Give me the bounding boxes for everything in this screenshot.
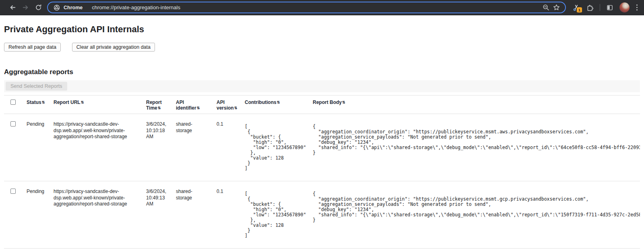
sort-icon: ⇅ xyxy=(277,100,280,104)
api-identifier-cell: shared-storage xyxy=(172,181,213,249)
page-title: Private Aggregation API Internals xyxy=(4,24,640,35)
side-panel-icon[interactable] xyxy=(606,4,613,11)
reload-icon[interactable] xyxy=(35,4,42,11)
sort-icon: ⇅ xyxy=(81,100,84,104)
page-content: Private Aggregation API Internals Refres… xyxy=(0,24,644,249)
toolbar-separator xyxy=(600,4,600,11)
row-checkbox[interactable] xyxy=(10,121,16,127)
table-row: Pending https://privacy-sandcastle-dev-d… xyxy=(4,114,640,181)
sort-icon: ⇅ xyxy=(42,100,45,104)
report-url-cell: https://privacy-sandcastle-dev-dsp.web.a… xyxy=(50,181,142,249)
status-cell: Pending xyxy=(23,114,50,181)
zoom-indicator-icon[interactable] xyxy=(542,4,549,11)
forward-icon[interactable] xyxy=(22,4,29,11)
sort-icon: ⇅ xyxy=(342,100,345,104)
table-header-row: Status⇅ Report URL⇅ Report Time⇅ API ide… xyxy=(4,95,640,114)
contributions-cell: [ { "bucket": { "high": "0", "low": "123… xyxy=(241,114,309,181)
sort-icon: ⇅ xyxy=(234,106,237,110)
site-chip[interactable]: Chrome xyxy=(53,4,83,11)
refresh-all-page-data-button[interactable]: Refresh all page data xyxy=(4,43,61,52)
report-body-cell: { "aggregation_coordinator_origin": "htt… xyxy=(309,114,640,181)
header-checkbox-cell xyxy=(4,95,23,114)
profile-avatar[interactable] xyxy=(619,2,630,12)
browser-menu-icon[interactable] xyxy=(636,3,638,12)
col-header-report-url[interactable]: Report URL⇅ xyxy=(50,95,142,114)
page-actions: Refresh all page data Clear all private … xyxy=(4,43,640,52)
reports-toolbar: Send Selected Reports xyxy=(4,80,640,92)
report-url-cell: https://privacy-sandcastle-dev-dsp.web.a… xyxy=(50,114,142,181)
aggregatable-reports-table: Status⇅ Report URL⇅ Report Time⇅ API ide… xyxy=(4,95,640,249)
chrome-logo-icon xyxy=(53,4,60,11)
row-checkbox-cell xyxy=(4,181,23,249)
extensions-puzzle-icon[interactable] xyxy=(586,4,594,11)
back-icon[interactable] xyxy=(9,4,16,11)
report-body-json: { "aggregation_coordinator_origin": "htt… xyxy=(313,191,636,223)
clear-all-private-aggregation-data-button[interactable]: Clear all private aggregation data xyxy=(72,43,155,52)
col-header-api-identifier[interactable]: API identifier⇅ xyxy=(172,95,213,114)
col-header-api-version[interactable]: API version⇅ xyxy=(213,95,241,114)
bookmark-star-icon[interactable] xyxy=(553,4,560,11)
row-checkbox[interactable] xyxy=(10,189,16,194)
api-version-cell: 0.1 xyxy=(213,181,241,249)
contributions-cell: [ { "bucket": { "high": "0", "low": "123… xyxy=(241,181,309,249)
extension-badge: 1 xyxy=(576,7,582,13)
screenshot-extension-icon[interactable]: 1 xyxy=(572,4,580,12)
col-header-report-time[interactable]: Report Time⇅ xyxy=(142,95,172,114)
sort-icon: ⇅ xyxy=(158,106,161,110)
col-header-contributions[interactable]: Contributions⇅ xyxy=(241,95,309,114)
api-identifier-cell: shared-storage xyxy=(172,114,213,181)
address-bar[interactable]: Chrome chrome://private-aggregation-inte… xyxy=(47,2,566,13)
report-body-cell: { "aggregation_coordinator_origin": "htt… xyxy=(309,181,640,249)
status-cell: Pending xyxy=(23,181,50,249)
select-all-checkbox[interactable] xyxy=(10,100,16,105)
report-body-json: { "aggregation_coordinator_origin": "htt… xyxy=(313,124,636,156)
contributions-json: [ { "bucket": { "high": "0", "low": "123… xyxy=(245,191,305,239)
sort-icon: ⇅ xyxy=(197,106,200,110)
col-header-status[interactable]: Status⇅ xyxy=(23,95,50,114)
report-time-cell: 3/6/2024, 10:10:18 AM xyxy=(142,114,172,181)
api-version-cell: 0.1 xyxy=(213,114,241,181)
row-checkbox-cell xyxy=(4,114,23,181)
section-title: Aggregatable reports xyxy=(4,68,640,76)
toolbar-right-group: 1 xyxy=(572,2,638,12)
browser-toolbar: Chrome chrome://private-aggregation-inte… xyxy=(0,0,644,15)
nav-button-group xyxy=(9,4,42,11)
table-row: Pending https://privacy-sandcastle-dev-d… xyxy=(4,181,640,249)
site-chip-label: Chrome xyxy=(64,5,83,10)
contributions-json: [ { "bucket": { "high": "0", "low": "123… xyxy=(245,124,305,171)
report-time-cell: 3/6/2024, 10:49:13 AM xyxy=(142,181,172,249)
col-header-report-body[interactable]: Report Body⇅ xyxy=(309,95,640,114)
url-text: chrome://private-aggregation-internals xyxy=(92,4,180,10)
send-selected-reports-button[interactable]: Send Selected Reports xyxy=(6,82,67,91)
